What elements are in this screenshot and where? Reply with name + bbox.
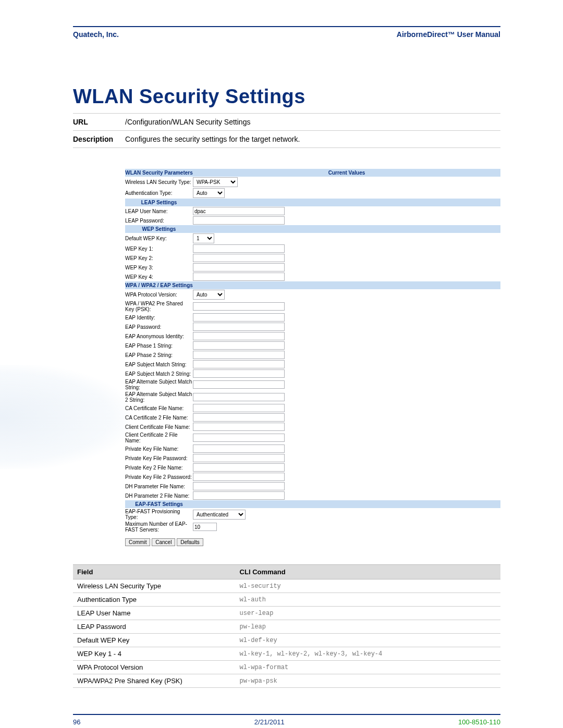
cli-command: wl-auth <box>236 593 500 607</box>
label-pk2-pw: Private Key File 2 Password: <box>125 474 193 480</box>
input-eap-id[interactable] <box>193 313 285 322</box>
cli-command: wl-security <box>236 579 500 593</box>
input-wep1[interactable] <box>193 244 285 253</box>
input-eap-p1[interactable] <box>193 341 285 350</box>
label-dh2: DH Parameter 2 File Name: <box>125 492 193 499</box>
input-pk2[interactable] <box>193 463 285 472</box>
label-sec-type: Wireless LAN Security Type: <box>125 179 193 186</box>
cli-field: LEAP User Name <box>73 607 236 620</box>
meta-url-label: URL <box>73 118 125 126</box>
label-wep2: WEP Key 2: <box>125 255 193 262</box>
label-eap-sm: EAP Subject Match String: <box>125 361 193 368</box>
cancel-button[interactable]: Cancel <box>152 538 175 546</box>
input-eapfast-max[interactable] <box>193 523 217 531</box>
label-eap-anon: EAP Anonymous Identity: <box>125 333 193 340</box>
wpa-head: WPA / WPA2 / EAP Settings <box>125 281 193 289</box>
input-eap-p2[interactable] <box>193 351 285 359</box>
select-auth-type[interactable]: Auto <box>193 188 225 198</box>
label-wpa-proto: WPA Protocol Version: <box>125 291 193 298</box>
cli-header-field: Field <box>73 565 236 579</box>
input-wep4[interactable] <box>193 273 285 281</box>
cli-field: Authentication Type <box>73 593 236 607</box>
input-eap-asm[interactable] <box>193 380 285 389</box>
input-psk[interactable] <box>193 302 285 311</box>
section-head-wpa: WPA / WPA2 / EAP Settings <box>125 281 500 289</box>
input-eap-sm[interactable] <box>193 360 285 368</box>
head-values: Current Values <box>193 169 500 177</box>
label-leap-user: LEAP User Name: <box>125 208 193 215</box>
table-row: Wireless LAN Security Typewl-security <box>73 579 500 593</box>
select-sec-type[interactable]: WPA-PSK <box>193 177 238 187</box>
meta-desc-row: Description Configures the security sett… <box>73 131 500 148</box>
input-ca2[interactable] <box>193 413 285 422</box>
label-eap-id: EAP Identity: <box>125 314 193 321</box>
select-wpa-proto[interactable]: Auto <box>193 290 225 300</box>
cli-command: wl-wpa-format <box>236 661 500 674</box>
table-row: Authentication Typewl-auth <box>73 593 500 607</box>
input-client-cert2[interactable] <box>193 434 285 442</box>
input-pk[interactable] <box>193 445 285 453</box>
header-manual: AirborneDirect™ User Manual <box>397 30 500 39</box>
label-eap-p1: EAP Phase 1 String: <box>125 342 193 349</box>
input-pk-pw[interactable] <box>193 454 285 462</box>
section-head-leap: LEAP Settings <box>125 199 500 206</box>
input-leap-pw[interactable] <box>193 216 285 225</box>
input-wep2[interactable] <box>193 254 285 262</box>
select-wep-default[interactable]: 1 <box>193 233 214 243</box>
label-auth-type: Authentication Type: <box>125 190 193 196</box>
input-dh[interactable] <box>193 482 285 490</box>
input-eap-asm2[interactable] <box>193 393 285 401</box>
meta-desc-label: Description <box>73 135 125 143</box>
cli-header-cmd: CLI Command <box>236 565 500 579</box>
form-area: WLAN Security Parameters Current Values … <box>125 169 500 546</box>
label-pk2: Private Key 2 File Name: <box>125 464 193 471</box>
cli-command: user-leap <box>236 607 500 620</box>
commit-button[interactable]: Commit <box>125 538 150 546</box>
cli-field: WPA Protocol Version <box>73 661 236 674</box>
label-psk: WPA / WPA2 Pre Shared Key (PSK): <box>125 300 193 313</box>
footer-page: 96 <box>73 718 80 726</box>
label-ca: CA Certificate File Name: <box>125 405 193 412</box>
input-eap-anon[interactable] <box>193 332 285 340</box>
header-rule <box>73 26 500 27</box>
cli-command: wl-def-key <box>236 634 500 647</box>
input-wep3[interactable] <box>193 263 285 272</box>
table-row: WPA/WPA2 Pre Shared Key (PSK)pw-wpa-psk <box>73 674 500 688</box>
select-eapfast-prov[interactable]: Authenticated <box>193 510 246 520</box>
input-client-cert[interactable] <box>193 423 285 431</box>
label-ca2: CA Certificate 2 File Name: <box>125 414 193 421</box>
cli-command: pw-wpa-psk <box>236 674 500 688</box>
label-eapfast-prov: EAP-FAST Provisioning Type: <box>125 508 193 521</box>
input-eap-pw[interactable] <box>193 323 285 331</box>
label-client-cert: Client Certificate File Name: <box>125 424 193 430</box>
label-eapfast-max: Maximum Number of EAP-FAST Servers: <box>125 521 193 533</box>
table-row: WPA Protocol Versionwl-wpa-format <box>73 661 500 674</box>
table-row: WEP Key 1 - 4wl-key-1, wl-key-2, wl-key-… <box>73 647 500 661</box>
footer-docno: 100-8510-110 <box>458 718 500 726</box>
input-leap-user[interactable] <box>193 207 285 215</box>
input-ca[interactable] <box>193 404 285 412</box>
defaults-button[interactable]: Defaults <box>177 538 203 546</box>
label-client-cert2: Client Certificate 2 File Name: <box>125 431 193 444</box>
input-eap-sm2[interactable] <box>193 369 285 378</box>
cli-field: Default WEP Key <box>73 634 236 647</box>
page-title: WLAN Security Settings <box>73 85 500 108</box>
eapfast-head: EAP-FAST Settings <box>125 500 193 508</box>
header-company: Quatech, Inc. <box>73 30 119 39</box>
table-row: LEAP Passwordpw-leap <box>73 620 500 634</box>
label-pk-pw: Private Key File Password: <box>125 455 193 462</box>
label-wep-default: Default WEP Key: <box>125 235 193 242</box>
wep-head: WEP Settings <box>125 225 193 233</box>
section-head-wep: WEP Settings <box>125 225 500 233</box>
input-pk2-pw[interactable] <box>193 473 285 481</box>
cli-field: WPA/WPA2 Pre Shared Key (PSK) <box>73 674 236 688</box>
section-head-eapfast: EAP-FAST Settings <box>125 500 500 508</box>
label-eap-sm2: EAP Subject Match 2 String: <box>125 371 193 377</box>
label-pk: Private Key File Name: <box>125 446 193 452</box>
table-row: Default WEP Keywl-def-key <box>73 634 500 647</box>
label-dh: DH Parameter File Name: <box>125 483 193 490</box>
head-params: WLAN Security Parameters <box>125 169 193 177</box>
input-dh2[interactable] <box>193 491 285 500</box>
meta-url-value: /Configuration/WLAN Security Settings <box>125 118 500 126</box>
leap-head: LEAP Settings <box>125 199 193 206</box>
